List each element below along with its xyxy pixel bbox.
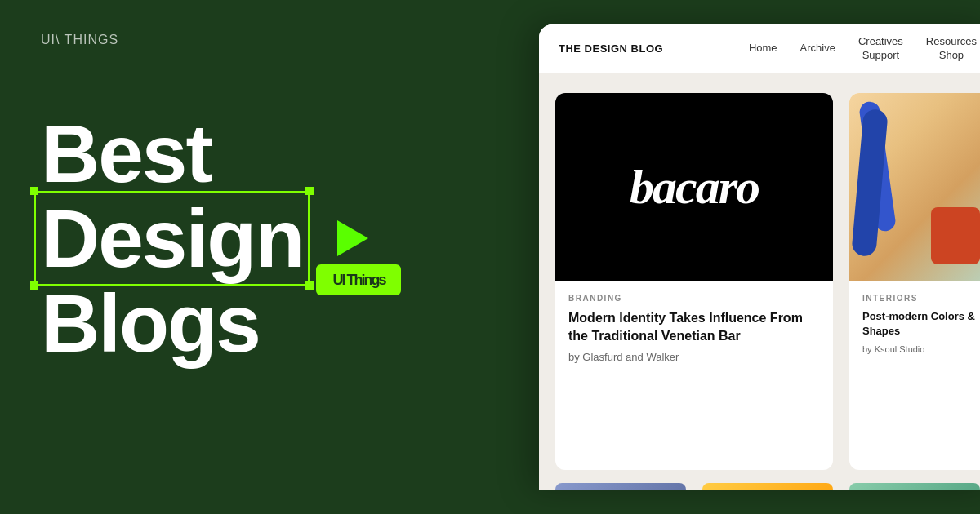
- card-secondary-body: INTERIORS Post-modern Colors & Shapes by…: [849, 281, 980, 367]
- card-main-image: bacaro: [555, 93, 833, 281]
- decorative-orange: [931, 207, 980, 264]
- corner-tr: [305, 187, 314, 195]
- nav-links: Home Archive CreativesSupport ResourcesS…: [749, 35, 977, 63]
- hero-line2: Design: [41, 193, 303, 284]
- blog-logo: THE DESIGN BLOG: [559, 42, 663, 55]
- hero-line1: Best: [41, 113, 498, 194]
- card-secondary-category: INTERIORS: [862, 294, 980, 303]
- browser-content: bacaro BRANDING Modern Identity Takes In…: [539, 73, 980, 490]
- card-secondary-author: by Ksoul Studio: [862, 344, 980, 354]
- card-main-category: BRANDING: [568, 294, 820, 303]
- hero-title: Best Design UI Things Blogs: [41, 113, 498, 364]
- corner-br: [305, 281, 314, 290]
- nav-home[interactable]: Home: [749, 42, 777, 55]
- corner-bl: [30, 281, 38, 290]
- highlight-box: Design: [41, 197, 303, 279]
- cards-row: bacaro BRANDING Modern Identity Takes In…: [555, 93, 980, 470]
- card-main-author: by Glasfurd and Walker: [568, 351, 820, 363]
- card-secondary-image: [849, 93, 980, 281]
- card-secondary: INTERIORS Post-modern Colors & Shapes by…: [849, 93, 980, 470]
- browser-mockup: THE DESIGN BLOG Home Archive CreativesSu…: [539, 24, 980, 490]
- play-arrow-icon: [337, 220, 368, 256]
- corner-tl: [30, 187, 38, 195]
- card-secondary-title: Post-modern Colors & Shapes: [862, 309, 980, 338]
- bottom-card-1: [555, 483, 686, 490]
- bottom-cards-row: [555, 483, 980, 490]
- left-panel: UI\ THINGS Best Design UI Things Blogs: [0, 0, 539, 514]
- site-logo: UI\ THINGS: [41, 33, 498, 47]
- ui-badge: UI Things: [316, 264, 401, 295]
- nav-creatives[interactable]: CreativesSupport: [858, 35, 903, 63]
- card-main-title: Modern Identity Takes Influence From the…: [568, 309, 820, 344]
- bottom-card-2: [702, 483, 833, 490]
- nav-resources[interactable]: ResourcesShop: [926, 35, 977, 63]
- main-container: UI\ THINGS Best Design UI Things Blogs: [0, 0, 980, 514]
- bottom-card-3: [849, 483, 980, 490]
- bacaro-logo: bacaro: [630, 159, 759, 215]
- nav-archive[interactable]: Archive: [800, 42, 835, 55]
- card-main: bacaro BRANDING Modern Identity Takes In…: [555, 93, 833, 470]
- hero-line3: Blogs: [41, 282, 498, 364]
- card-main-body: BRANDING Modern Identity Takes Influence…: [555, 281, 833, 376]
- browser-bar: THE DESIGN BLOG Home Archive CreativesSu…: [539, 24, 980, 73]
